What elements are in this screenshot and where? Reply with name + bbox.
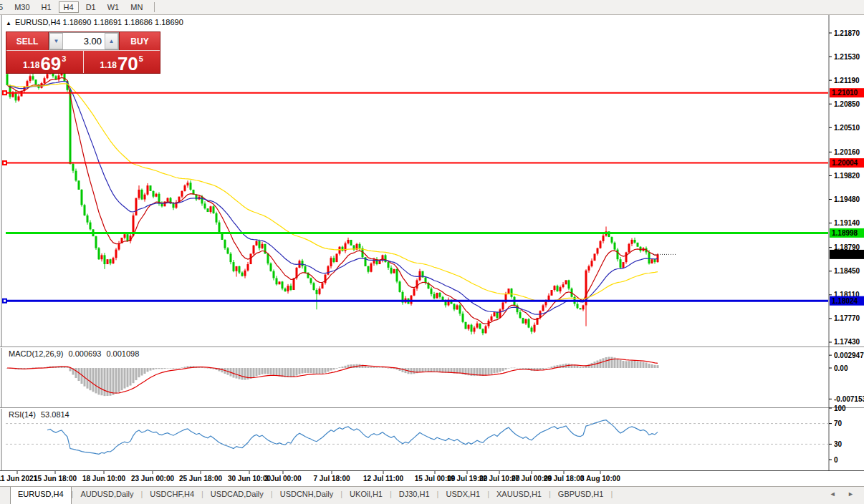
chart-window: 1.218701.215301.211901.208501.205101.201… (0, 15, 864, 486)
svg-text:1.20160: 1.20160 (834, 148, 860, 156)
current-price-marker: 1.18690 (653, 250, 864, 259)
symbol-tab-USDCHF-H4[interactable]: USDCHF,H4 (143, 487, 201, 504)
svg-text:0.00: 0.00 (834, 364, 848, 372)
timeframe-button-H1[interactable]: H1 (37, 2, 56, 12)
macd-indicator-label: MACD(12,26,9) 0.000693 0.001098 (9, 349, 142, 358)
macd-signal-value: 0.001098 (106, 349, 139, 358)
hline-1.20004[interactable]: 1.20004 (2, 158, 864, 168)
svg-text:3 Aug 10:00: 3 Aug 10:00 (580, 475, 620, 483)
svg-text:1.19480: 1.19480 (834, 195, 860, 203)
svg-text:15 Jun 18:00: 15 Jun 18:00 (34, 475, 77, 483)
buy-button[interactable]: BUY (119, 32, 160, 50)
svg-text:23 Jun 00:00: 23 Jun 00:00 (131, 475, 174, 483)
rsi-panel[interactable]: 10070300 (6, 404, 846, 464)
symbol-tab-bar: EURUSD,H4|AUDUSD,Daily|USDCHF,H4|USDCAD,… (0, 486, 864, 504)
svg-text:0: 0 (834, 456, 838, 464)
svg-text:1.21190: 1.21190 (834, 77, 860, 84)
svg-text:3 Jul 00:00: 3 Jul 00:00 (264, 475, 302, 483)
svg-text:18 Jun 10:00: 18 Jun 10:00 (82, 475, 125, 483)
toolbar-separator (154, 2, 155, 12)
symbol-tab-USDCAD-Daily[interactable]: USDCAD,Daily (203, 487, 271, 504)
chevron-down-icon: ▼ (54, 38, 59, 44)
macd-value: 0.000693 (68, 349, 101, 358)
svg-text:-0.007153: -0.007153 (834, 395, 864, 403)
one-click-trade-panel: SELL ▼ 3.00 ▲ BUY 1.18 69 3 1.18 70 5 (6, 32, 160, 74)
symbol-tab-USDX-H1[interactable]: USDX,H1 (438, 487, 487, 504)
symbol-tab-UKOil-H1[interactable]: UKOil,H1 (342, 487, 390, 504)
svg-text:1.17430: 1.17430 (834, 338, 860, 346)
sell-price-small: 1.18 (23, 60, 39, 70)
volume-input[interactable]: 3.00 (63, 33, 105, 49)
svg-text:1.18690: 1.18690 (832, 251, 858, 258)
candlesticks[interactable] (6, 70, 659, 335)
symbol-tab-USDCNH-Daily[interactable]: USDCNH,Daily (273, 487, 341, 504)
time-axis[interactable]: 11 Jun 202115 Jun 18:0018 Jun 10:0023 Ju… (0, 471, 620, 483)
timeframe-button-M30[interactable]: M30 (10, 2, 34, 12)
symbol-tab-DJ30-H1[interactable]: DJ30,H1 (392, 487, 437, 504)
svg-text:1.20004: 1.20004 (832, 159, 858, 167)
buy-price-sup: 5 (139, 54, 143, 63)
svg-text:1.19820: 1.19820 (834, 172, 860, 180)
sell-price-sup: 3 (62, 54, 66, 63)
chart-title: ▲EURUSD,H4 1.18690 1.18691 1.18686 1.186… (6, 18, 183, 26)
hline-1.21010[interactable]: 1.21010 (2, 88, 864, 97)
svg-text:11 Jun 2021: 11 Jun 2021 (0, 475, 38, 483)
svg-text:1.20850: 1.20850 (834, 100, 860, 108)
svg-text:30: 30 (834, 440, 843, 448)
collapse-arrow-icon[interactable]: ▲ (6, 20, 11, 26)
chart-canvas[interactable]: 1.218701.215301.211901.208501.205101.201… (0, 15, 864, 486)
chart-symbol-period: EURUSD,H4 (15, 18, 61, 26)
buy-price-big: 70 (117, 56, 138, 72)
svg-text:12 Jul 11:00: 12 Jul 11:00 (363, 475, 404, 483)
volume-decrease-button[interactable]: ▼ (49, 33, 63, 49)
svg-text:1.18450: 1.18450 (834, 267, 860, 275)
rsi-indicator-label: RSI(14) 53.0814 (9, 410, 72, 419)
chart-ohlc-values: 1.18690 1.18691 1.18686 1.18690 (63, 18, 183, 26)
timeframe-button-W1[interactable]: W1 (103, 2, 124, 12)
svg-text:1.19140: 1.19140 (834, 219, 860, 227)
sell-price-button[interactable]: 1.18 69 3 (6, 51, 84, 73)
svg-text:1.20510: 1.20510 (834, 124, 860, 132)
volume-spinner: ▼ 3.00 ▲ (49, 32, 119, 50)
svg-text:0.002947: 0.002947 (834, 352, 864, 359)
symbol-tab-AUDUSD-Daily[interactable]: AUDUSD,Daily (73, 487, 140, 504)
macd-name: MACD(12,26,9) (9, 349, 63, 358)
macd-panel[interactable]: 0.0029470.00-0.007153 (6, 352, 864, 403)
tab-scroll-arrows: ◄ ► (820, 487, 854, 504)
timeframe-button-D1[interactable]: D1 (82, 2, 100, 12)
tab-scroll-left-icon[interactable]: ◄ (830, 490, 836, 498)
buy-price-small: 1.18 (100, 60, 117, 70)
rsi-value: 53.0814 (41, 410, 69, 419)
volume-increase-button[interactable]: ▲ (105, 33, 118, 49)
symbol-tab-GBPUSD-H1[interactable]: GBPUSD,H1 (551, 487, 611, 504)
svg-text:1.17770: 1.17770 (834, 314, 860, 322)
sell-price-big: 69 (40, 56, 61, 72)
svg-text:1.21870: 1.21870 (834, 29, 860, 37)
buy-price-button[interactable]: 1.18 70 5 (84, 51, 160, 73)
svg-text:1.21530: 1.21530 (834, 53, 860, 61)
svg-text:7 Jul 18:00: 7 Jul 18:00 (313, 475, 350, 483)
hline-1.18998[interactable]: 1.18998 (6, 228, 864, 238)
chevron-up-icon: ▲ (109, 38, 115, 44)
svg-text:1.18024: 1.18024 (832, 297, 858, 305)
svg-text:1.21010: 1.21010 (832, 89, 858, 97)
svg-text:100: 100 (834, 404, 846, 412)
svg-text:70: 70 (834, 420, 843, 427)
svg-text:25 Jun 18:00: 25 Jun 18:00 (179, 475, 222, 483)
timeframe-button-H4[interactable]: H4 (59, 1, 79, 13)
sell-button[interactable]: SELL (6, 32, 49, 50)
tab-scroll-right-icon[interactable]: ► (848, 490, 854, 498)
symbol-tab-XAUUSD-H1[interactable]: XAUUSD,H1 (489, 487, 549, 504)
timeframe-toolbar: 5M30H1H4D1W1MN (0, 0, 864, 15)
svg-text:29 Jul 18:00: 29 Jul 18:00 (544, 475, 585, 483)
timeframe-button-MN[interactable]: MN (126, 2, 147, 12)
rsi-name: RSI(14) (9, 410, 36, 419)
symbol-tab-EURUSD-H4[interactable]: EURUSD,H4 (10, 487, 72, 504)
tab-separator: | (610, 487, 613, 504)
timeframe-button-5[interactable]: 5 (0, 2, 7, 12)
svg-text:1.18998: 1.18998 (832, 229, 858, 237)
